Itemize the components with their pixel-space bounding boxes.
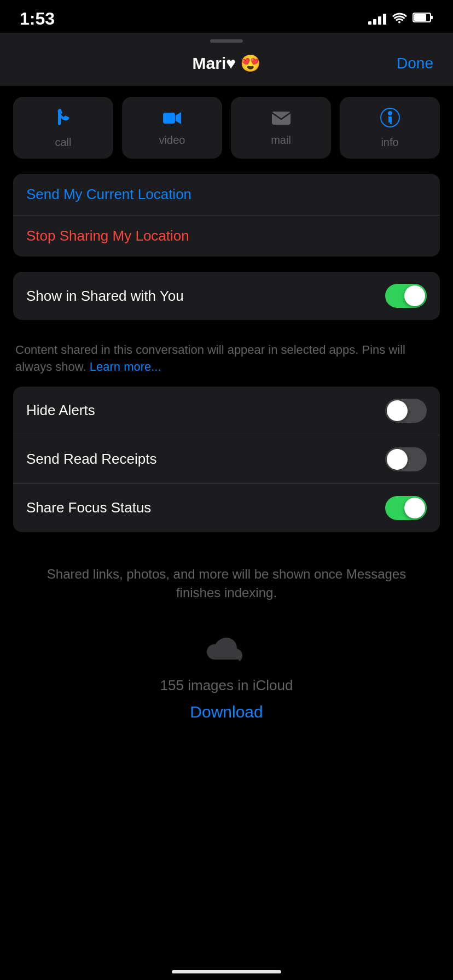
location-section: Send My Current Location Stop Sharing My… bbox=[13, 174, 440, 256]
svg-rect-1 bbox=[431, 16, 433, 19]
mail-label: mail bbox=[271, 134, 291, 147]
learn-more-link[interactable]: Learn more... bbox=[90, 360, 161, 374]
shared-with-you-label: Show in Shared with You bbox=[26, 288, 184, 305]
info-button[interactable]: info bbox=[340, 97, 440, 159]
send-read-receipts-row: Send Read Receipts bbox=[13, 435, 440, 484]
send-location-label: Send My Current Location bbox=[26, 186, 191, 203]
settings-section: Hide Alerts Send Read Receipts Share Foc… bbox=[13, 387, 440, 532]
info-label: info bbox=[381, 136, 398, 149]
sheet-handle-bar bbox=[210, 39, 243, 43]
hide-alerts-toggle[interactable] bbox=[385, 399, 427, 423]
svg-rect-4 bbox=[272, 112, 291, 125]
shared-with-you-section: Show in Shared with You bbox=[13, 272, 440, 320]
shared-with-you-description: Content shared in this conversation will… bbox=[13, 335, 440, 387]
icloud-icon bbox=[205, 635, 248, 668]
svg-rect-3 bbox=[163, 113, 175, 124]
share-focus-status-row: Share Focus Status bbox=[13, 484, 440, 532]
svg-rect-2 bbox=[414, 14, 426, 21]
mail-button[interactable]: mail bbox=[231, 97, 331, 159]
share-focus-status-label: Share Focus Status bbox=[26, 499, 151, 516]
info-icon bbox=[380, 108, 400, 132]
status-time: 1:53 bbox=[20, 9, 55, 29]
status-bar: 1:53 bbox=[0, 0, 453, 33]
done-button[interactable]: Done bbox=[390, 55, 433, 72]
indexing-message: Shared links, photos, and more will be s… bbox=[13, 547, 440, 636]
call-label: call bbox=[55, 136, 71, 149]
icloud-count: 155 images in iCloud bbox=[160, 677, 293, 694]
video-icon bbox=[162, 110, 182, 130]
header: Mari♥ 😍 Done bbox=[0, 43, 453, 86]
send-location-row[interactable]: Send My Current Location bbox=[13, 174, 440, 215]
video-label: video bbox=[159, 134, 185, 147]
download-button[interactable]: Download bbox=[190, 703, 263, 721]
stop-sharing-row[interactable]: Stop Sharing My Location bbox=[13, 215, 440, 256]
shared-with-you-row: Show in Shared with You bbox=[13, 272, 440, 320]
main-content: call video mail bbox=[0, 86, 453, 765]
quick-actions-row: call video mail bbox=[13, 97, 440, 159]
contact-name: Mari♥ 😍 bbox=[193, 54, 261, 73]
hide-alerts-label: Hide Alerts bbox=[26, 402, 95, 419]
stop-sharing-label: Stop Sharing My Location bbox=[26, 228, 189, 244]
status-icons bbox=[368, 11, 433, 26]
sheet-handle bbox=[0, 33, 453, 43]
signal-icon bbox=[368, 13, 386, 25]
icloud-section: 155 images in iCloud Download bbox=[13, 635, 440, 765]
call-button[interactable]: call bbox=[13, 97, 113, 159]
home-indicator bbox=[172, 970, 281, 973]
svg-rect-8 bbox=[388, 116, 392, 122]
call-icon bbox=[54, 108, 73, 132]
svg-point-7 bbox=[388, 113, 391, 115]
video-button[interactable]: video bbox=[122, 97, 222, 159]
hide-alerts-row: Hide Alerts bbox=[13, 387, 440, 435]
send-read-receipts-toggle[interactable] bbox=[385, 447, 427, 471]
send-read-receipts-label: Send Read Receipts bbox=[26, 451, 156, 468]
shared-with-you-toggle[interactable] bbox=[385, 284, 427, 308]
mail-icon bbox=[271, 110, 291, 130]
battery-icon bbox=[413, 12, 433, 25]
wifi-icon bbox=[392, 11, 407, 26]
share-focus-status-toggle[interactable] bbox=[385, 496, 427, 520]
